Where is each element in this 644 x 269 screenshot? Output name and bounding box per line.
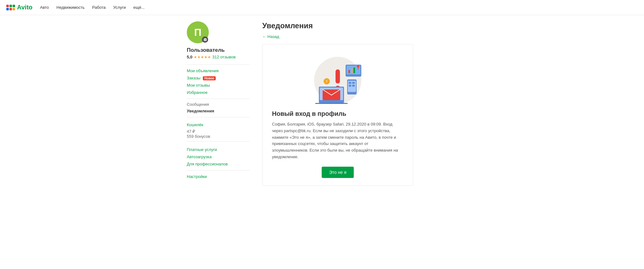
wallet-bonus: 559 бонусов xyxy=(187,134,250,139)
dot-3 xyxy=(13,5,15,7)
main-layout: П Пользователь 5,0 ★★★★★ 312 отзывов Мои… xyxy=(180,15,464,192)
dot-5 xyxy=(9,8,12,10)
dot-2 xyxy=(9,5,12,7)
wallet-balance: 47 ₽ xyxy=(187,129,250,134)
svg-rect-1 xyxy=(336,69,340,83)
svg-rect-8 xyxy=(358,67,358,70)
divider-3 xyxy=(187,117,250,117)
logo[interactable]: Avito xyxy=(6,4,32,11)
main-content: Уведомления ← Назад xyxy=(262,21,457,186)
svg-text:!: ! xyxy=(326,79,327,83)
stars: ★★★★★ xyxy=(194,55,211,59)
pro-services-group: Платные услуги Автозагрузка Для професси… xyxy=(187,146,250,168)
dot-6 xyxy=(13,8,15,10)
divider-4 xyxy=(187,141,250,142)
svg-rect-18 xyxy=(315,103,348,104)
avatar-camera-button[interactable] xyxy=(202,36,208,43)
divider-1 xyxy=(187,64,250,65)
sidebar-favorites[interactable]: Избранное xyxy=(187,89,250,96)
reviews-link[interactable]: 312 отзывов xyxy=(212,55,236,59)
svg-rect-7 xyxy=(353,67,355,73)
divider-5 xyxy=(187,170,250,170)
notification-card: ! Новый вход в профиль София, Болгария, … xyxy=(262,44,413,186)
svg-rect-14 xyxy=(352,85,355,87)
logo-text: Avito xyxy=(17,4,32,11)
sidebar-wallet[interactable]: Кошелёк xyxy=(187,121,250,128)
nav-auto[interactable]: Авто xyxy=(40,5,49,10)
dot-1 xyxy=(6,5,9,7)
dot-4 xyxy=(6,8,9,10)
sidebar-orders[interactable]: Заказы Новое xyxy=(187,74,250,82)
sidebar-orders-label: Заказы xyxy=(187,76,200,80)
orders-badge: Новое xyxy=(203,76,216,80)
rating-score: 5,0 xyxy=(187,55,192,59)
svg-rect-11 xyxy=(349,82,351,84)
sidebar-my-ads[interactable]: Мои объявления xyxy=(187,67,250,74)
back-link[interactable]: ← Назад xyxy=(262,34,279,39)
not-me-button[interactable]: Это не я xyxy=(322,167,354,178)
sidebar-my-reviews[interactable]: Мои отзывы xyxy=(187,82,250,89)
sidebar-for-pros[interactable]: Для профессионалов xyxy=(187,160,250,168)
svg-rect-12 xyxy=(352,82,355,84)
sidebar-autoload[interactable]: Автозагрузка xyxy=(187,153,250,160)
nav-services[interactable]: Услуги xyxy=(113,5,126,10)
camera-icon xyxy=(203,38,207,41)
notification-body: София, Болгария, iOS, браузер Safari, 29… xyxy=(272,121,403,160)
nav-realty[interactable]: Недвижимость xyxy=(57,5,85,10)
svg-rect-6 xyxy=(351,68,353,73)
sidebar-notifications[interactable]: Уведомления xyxy=(187,107,250,115)
sidebar-settings[interactable]: Настройки xyxy=(187,173,250,180)
svg-rect-13 xyxy=(349,85,351,87)
svg-point-15 xyxy=(351,93,353,94)
sidebar-paid-services[interactable]: Платные услуги xyxy=(187,146,250,153)
notification-svg: ! xyxy=(309,54,366,104)
messages-section-label: Сообщения xyxy=(187,102,250,107)
avatar-container: П xyxy=(187,21,209,43)
page-title: Уведомления xyxy=(262,21,457,30)
wallet-section: Кошелёк 47 ₽ 559 бонусов xyxy=(187,121,250,139)
notification-title: Новый вход в профиль xyxy=(272,110,403,117)
nav-jobs[interactable]: Работа xyxy=(92,5,106,10)
divider-2 xyxy=(187,99,250,99)
user-name: Пользователь xyxy=(187,47,250,53)
top-navigation: Avito Авто Недвижимость Работа Услуги ещ… xyxy=(0,0,644,15)
notification-illustration: ! xyxy=(309,54,366,104)
rating-row: 5,0 ★★★★★ 312 отзывов xyxy=(187,55,250,59)
svg-rect-5 xyxy=(348,70,350,73)
logo-dots xyxy=(6,5,15,10)
avatar-initial: П xyxy=(194,27,202,38)
sidebar: П Пользователь 5,0 ★★★★★ 312 отзывов Мои… xyxy=(187,21,250,186)
nav-more[interactable]: ещё... xyxy=(133,5,145,10)
